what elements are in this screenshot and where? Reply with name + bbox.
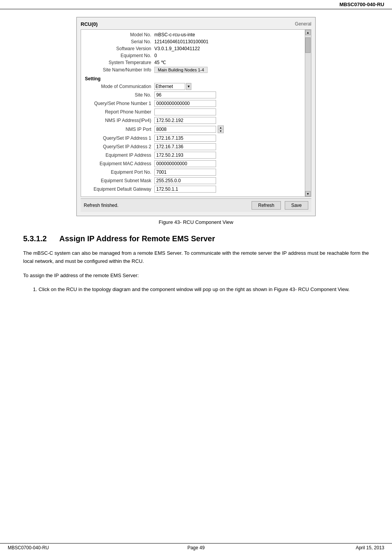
query-ip1-label: Query/Set IP Address 1 bbox=[85, 135, 154, 141]
nms-ip-label: NMS IP Address(IPv4) bbox=[85, 118, 154, 123]
model-no-label: Model No. bbox=[85, 32, 154, 37]
body-paragraph-2: To assign the IP address of the remote E… bbox=[23, 272, 369, 280]
software-version-row: Software Version V3.0.1.9_1304041122 bbox=[85, 46, 301, 51]
scroll-arrow-down[interactable]: ▼ bbox=[305, 191, 311, 196]
list-item-1: Click on the RCU in the topology diagram… bbox=[39, 286, 369, 294]
model-no-value: mBSC-c-rcu-us-inte bbox=[154, 32, 195, 37]
mode-select-value: Ethernet bbox=[154, 83, 185, 90]
setting-title: Setting bbox=[85, 76, 301, 81]
equipment-no-label: Equipment No. bbox=[85, 53, 154, 58]
equip-mac-label: Equipment MAC Address bbox=[85, 161, 154, 166]
nms-port-spinner[interactable]: ▲ ▼ bbox=[218, 125, 224, 133]
query-ip1-row: Query/Set IP Address 1 bbox=[85, 135, 301, 142]
site-name-row: Site Name/Number Info Main Building Node… bbox=[85, 67, 301, 73]
nms-port-label: NMS IP Port bbox=[85, 127, 154, 132]
scroll-arrow-up[interactable]: ▲ bbox=[305, 30, 311, 35]
section-heading: 5.3.1.2 Assign IP Address for Remote EMS… bbox=[23, 234, 369, 243]
nms-port-up-btn[interactable]: ▲ bbox=[218, 126, 223, 129]
system-temp-row: System Temperature 45 ℃ bbox=[85, 60, 301, 65]
site-name-label: Site Name/Number Info bbox=[85, 67, 154, 73]
window-title-bar: RCU(0) General bbox=[81, 21, 311, 27]
equip-port-label: Equipment Port No. bbox=[85, 169, 154, 175]
equip-gateway-label: Equipment Default Gateway bbox=[85, 186, 154, 192]
equip-port-input[interactable] bbox=[154, 169, 216, 176]
numbered-list: Click on the RCU in the topology diagram… bbox=[35, 286, 369, 294]
main-content: RCU(0) General Model No. mBSC-c-rcu-us-i… bbox=[0, 9, 392, 301]
equip-mac-row: Equipment MAC Address bbox=[85, 160, 301, 167]
document-title: MBSC0700-040-RU bbox=[340, 2, 384, 7]
figure-caption: Figure 43- RCU Component View bbox=[159, 219, 233, 225]
footer-right: April 15, 2013 bbox=[356, 545, 384, 550]
system-temp-value: 45 ℃ bbox=[154, 60, 166, 65]
nms-port-input[interactable] bbox=[154, 126, 216, 133]
scroll-area: Model No. mBSC-c-rcu-us-inte Serial No. … bbox=[81, 30, 305, 196]
scrollbar[interactable]: ▲ ▼ bbox=[305, 30, 311, 196]
query-phone1-label: Query/Set Phone Number 1 bbox=[85, 101, 154, 106]
query-ip2-row: Query/Set IP Address 2 bbox=[85, 143, 301, 150]
nms-port-control: ▲ ▼ bbox=[154, 125, 224, 133]
site-no-input[interactable] bbox=[154, 91, 216, 98]
mode-label: Mode of Communication bbox=[85, 84, 154, 89]
window-title: RCU(0) bbox=[81, 21, 98, 27]
report-phone-input[interactable] bbox=[154, 108, 216, 115]
refresh-button[interactable]: Refresh bbox=[252, 201, 281, 210]
body-paragraph-1: The mBSC-C system can also be managed fr… bbox=[23, 249, 369, 266]
equip-ip-row: Equipment IP Address bbox=[85, 152, 301, 159]
equip-ip-input[interactable] bbox=[154, 152, 216, 159]
mode-dropdown-arrow[interactable]: ▼ bbox=[186, 83, 191, 90]
window-tab: General bbox=[295, 21, 311, 27]
software-version-value: V3.0.1.9_1304041122 bbox=[154, 46, 200, 51]
bottom-bar: Refresh finished. Refresh Save bbox=[81, 198, 311, 212]
section-title: Assign IP Address for Remote EMS Server bbox=[59, 234, 215, 243]
equip-gateway-row: Equipment Default Gateway bbox=[85, 186, 301, 193]
scrollable-content: Model No. mBSC-c-rcu-us-inte Serial No. … bbox=[81, 29, 311, 197]
page-header: MBSC0700-040-RU bbox=[0, 0, 392, 9]
section-number: 5.3.1.2 bbox=[23, 234, 47, 243]
nms-ip-row: NMS IP Address(IPv4) bbox=[85, 117, 301, 124]
software-version-label: Software Version bbox=[85, 46, 154, 51]
nms-port-down-btn[interactable]: ▼ bbox=[218, 129, 223, 133]
footer-left: MBSC0700-040-RU bbox=[8, 545, 49, 550]
serial-no-value: 121416046101130100001 bbox=[154, 39, 208, 44]
report-phone-row: Report Phone Number bbox=[85, 108, 301, 115]
serial-no-label: Serial No. bbox=[85, 39, 154, 44]
site-no-row: Site No. bbox=[85, 91, 301, 98]
equipment-no-row: Equipment No. 0 bbox=[85, 53, 301, 58]
site-name-tag: Main Building Nodes 1-4 bbox=[154, 67, 208, 73]
equip-gateway-input[interactable] bbox=[154, 186, 216, 193]
system-temp-label: System Temperature bbox=[85, 60, 154, 65]
scroll-thumb[interactable] bbox=[305, 37, 311, 53]
equipment-no-value: 0 bbox=[154, 53, 157, 58]
footer-center: Page 49 bbox=[188, 545, 205, 550]
button-group: Refresh Save bbox=[249, 201, 308, 210]
query-phone1-input[interactable] bbox=[154, 100, 216, 107]
status-text: Refresh finished. bbox=[84, 203, 118, 208]
nms-port-row: NMS IP Port ▲ ▼ bbox=[85, 125, 301, 133]
mode-row: Mode of Communication Ethernet ▼ bbox=[85, 83, 301, 90]
serial-no-row: Serial No. 121416046101130100001 bbox=[85, 39, 301, 44]
equip-port-row: Equipment Port No. bbox=[85, 169, 301, 176]
save-button[interactable]: Save bbox=[285, 201, 308, 210]
nms-ip-input[interactable] bbox=[154, 117, 216, 124]
model-no-row: Model No. mBSC-c-rcu-us-inte bbox=[85, 32, 301, 37]
equip-mac-input[interactable] bbox=[154, 160, 216, 167]
query-ip2-label: Query/Set IP Address 2 bbox=[85, 144, 154, 149]
report-phone-label: Report Phone Number bbox=[85, 109, 154, 115]
page-footer: MBSC0700-040-RU Page 49 April 15, 2013 bbox=[0, 543, 392, 552]
equip-subnet-input[interactable] bbox=[154, 177, 216, 184]
equip-subnet-label: Equipment Subnet Mask bbox=[85, 178, 154, 183]
equip-ip-label: Equipment IP Address bbox=[85, 152, 154, 158]
query-ip2-input[interactable] bbox=[154, 143, 216, 150]
site-no-label: Site No. bbox=[85, 92, 154, 98]
query-ip1-input[interactable] bbox=[154, 135, 216, 142]
screenshot-box: RCU(0) General Model No. mBSC-c-rcu-us-i… bbox=[76, 17, 316, 216]
mode-select[interactable]: Ethernet ▼ bbox=[154, 83, 191, 90]
figure-container: RCU(0) General Model No. mBSC-c-rcu-us-i… bbox=[23, 17, 369, 225]
query-phone1-row: Query/Set Phone Number 1 bbox=[85, 100, 301, 107]
equip-subnet-row: Equipment Subnet Mask bbox=[85, 177, 301, 184]
